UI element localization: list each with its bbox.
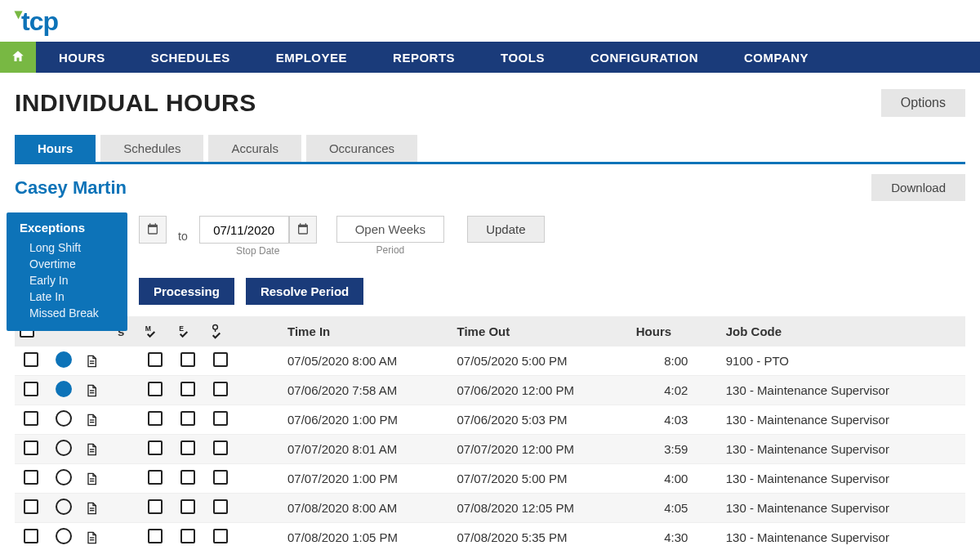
note-icon[interactable] xyxy=(85,383,108,398)
nav-employee[interactable]: EMPLOYEE xyxy=(253,42,370,73)
period-label: Period xyxy=(376,244,405,256)
row-checkbox[interactable] xyxy=(24,440,38,455)
nav-hours[interactable]: HOURS xyxy=(36,42,128,73)
table-row: 07/07/2020 1:00 PM07/07/2020 5:00 PM4:00… xyxy=(15,464,965,494)
tab-schedules[interactable]: Schedules xyxy=(100,135,203,162)
location-approve-checkbox[interactable] xyxy=(213,411,228,426)
svg-text:M: M xyxy=(145,324,151,332)
job-code-cell: 130 - Maintenance Supervisor xyxy=(721,405,965,435)
logo: ▾tcp xyxy=(0,0,980,42)
status-icon[interactable] xyxy=(56,351,72,368)
hours-cell: 3:59 xyxy=(631,435,721,464)
stop-date-calendar-button[interactable] xyxy=(289,216,317,244)
manager-approve-checkbox[interactable] xyxy=(148,529,163,543)
location-approve-header[interactable] xyxy=(204,316,237,347)
time-out-header[interactable]: Time Out xyxy=(452,316,631,347)
employee-approve-checkbox[interactable] xyxy=(180,470,195,485)
processing-button[interactable]: Processing xyxy=(139,278,234,305)
location-approve-checkbox[interactable] xyxy=(213,352,228,367)
location-approve-checkbox[interactable] xyxy=(213,440,228,455)
exception-item[interactable]: Late In xyxy=(20,288,114,305)
stop-date-input[interactable] xyxy=(199,216,289,244)
exception-item[interactable]: Overtime xyxy=(20,256,114,272)
filter-row: Exceptions Long Shift Overtime Early In … xyxy=(15,216,965,257)
time-in-cell: 07/06/2020 7:58 AM xyxy=(283,376,452,405)
nav-configuration[interactable]: CONFIGURATION xyxy=(568,42,721,73)
note-icon[interactable] xyxy=(85,354,108,369)
time-in-cell: 07/05/2020 8:00 AM xyxy=(283,347,452,376)
manager-approve-header[interactable]: M xyxy=(139,316,172,347)
hours-cell: 4:00 xyxy=(631,464,721,494)
period-select[interactable]: Open Weeks xyxy=(336,216,444,243)
tab-accurals[interactable]: Accurals xyxy=(208,135,301,162)
start-date-calendar-button[interactable] xyxy=(139,216,167,244)
manager-approve-checkbox[interactable] xyxy=(148,382,163,396)
person-name: Casey Martin xyxy=(15,177,127,199)
manager-approve-checkbox[interactable] xyxy=(148,411,163,426)
row-checkbox[interactable] xyxy=(24,382,38,396)
location-check-icon xyxy=(209,324,232,340)
nav-reports[interactable]: REPORTS xyxy=(370,42,478,73)
row-checkbox[interactable] xyxy=(24,352,38,367)
time-in-header[interactable]: Time In xyxy=(283,316,452,347)
manager-approve-checkbox[interactable] xyxy=(148,440,163,455)
note-icon[interactable] xyxy=(85,472,108,486)
home-button[interactable] xyxy=(0,42,36,73)
status-icon[interactable] xyxy=(56,499,72,515)
manager-approve-checkbox[interactable] xyxy=(148,499,163,514)
time-out-cell: 07/06/2020 12:00 PM xyxy=(452,376,631,405)
location-approve-checkbox[interactable] xyxy=(213,470,228,485)
nav-schedules[interactable]: SCHEDULES xyxy=(128,42,253,73)
row-checkbox[interactable] xyxy=(24,470,38,485)
time-out-cell: 07/08/2020 5:35 PM xyxy=(452,523,631,551)
employee-approve-checkbox[interactable] xyxy=(180,411,195,426)
table-row: 07/06/2020 1:00 PM07/06/2020 5:03 PM4:03… xyxy=(15,405,965,435)
location-approve-checkbox[interactable] xyxy=(213,382,228,396)
manager-approve-checkbox[interactable] xyxy=(148,470,163,485)
employee-approve-checkbox[interactable] xyxy=(180,440,195,455)
note-icon[interactable] xyxy=(85,413,108,427)
row-checkbox[interactable] xyxy=(24,411,38,426)
location-approve-checkbox[interactable] xyxy=(213,499,228,514)
status-icon[interactable] xyxy=(56,528,72,544)
note-icon[interactable] xyxy=(85,530,108,545)
manager-approve-checkbox[interactable] xyxy=(148,352,163,367)
job-code-header[interactable]: Job Code xyxy=(721,316,965,347)
table-row: 07/07/2020 8:01 AM07/07/2020 12:00 PM3:5… xyxy=(15,435,965,464)
table-row: 07/06/2020 7:58 AM07/06/2020 12:00 PM4:0… xyxy=(15,376,965,405)
job-code-cell: 130 - Maintenance Supervisor xyxy=(721,464,965,494)
update-button[interactable]: Update xyxy=(467,216,544,243)
exception-item[interactable]: Early In xyxy=(20,272,114,288)
options-button[interactable]: Options xyxy=(881,89,965,117)
employee-approve-checkbox[interactable] xyxy=(180,382,195,396)
note-icon[interactable] xyxy=(85,501,108,516)
time-out-cell: 07/06/2020 5:03 PM xyxy=(452,405,631,435)
employee-approve-checkbox[interactable] xyxy=(180,352,195,367)
employee-approve-header[interactable]: E xyxy=(172,316,204,347)
status-icon[interactable] xyxy=(56,440,72,456)
status-icon[interactable] xyxy=(56,410,72,427)
hours-header[interactable]: Hours xyxy=(631,316,721,347)
tab-occurances[interactable]: Occurances xyxy=(306,135,417,162)
note-icon[interactable] xyxy=(85,442,108,457)
home-icon xyxy=(10,49,26,66)
resolve-period-button[interactable]: Resolve Period xyxy=(246,278,363,305)
exception-item[interactable]: Long Shift xyxy=(20,239,114,256)
employee-approve-checkbox[interactable] xyxy=(180,499,195,514)
employee-approve-checkbox[interactable] xyxy=(180,529,195,543)
tab-hours[interactable]: Hours xyxy=(15,135,96,162)
time-in-cell: 07/08/2020 1:05 PM xyxy=(283,523,452,551)
job-code-cell: 130 - Maintenance Supervisor xyxy=(721,494,965,523)
row-checkbox[interactable] xyxy=(24,499,38,514)
to-label: to xyxy=(175,225,191,248)
status-icon[interactable] xyxy=(56,469,72,485)
download-button[interactable]: Download xyxy=(871,174,965,201)
main-nav: HOURS SCHEDULES EMPLOYEE REPORTS TOOLS C… xyxy=(0,42,980,73)
nav-tools[interactable]: TOOLS xyxy=(478,42,568,73)
nav-company[interactable]: COMPANY xyxy=(721,42,831,73)
status-icon[interactable] xyxy=(56,381,72,397)
exception-item[interactable]: Missed Break xyxy=(20,305,114,321)
time-out-cell: 07/07/2020 12:00 PM xyxy=(452,435,631,464)
row-checkbox[interactable] xyxy=(24,529,38,543)
location-approve-checkbox[interactable] xyxy=(213,529,228,543)
